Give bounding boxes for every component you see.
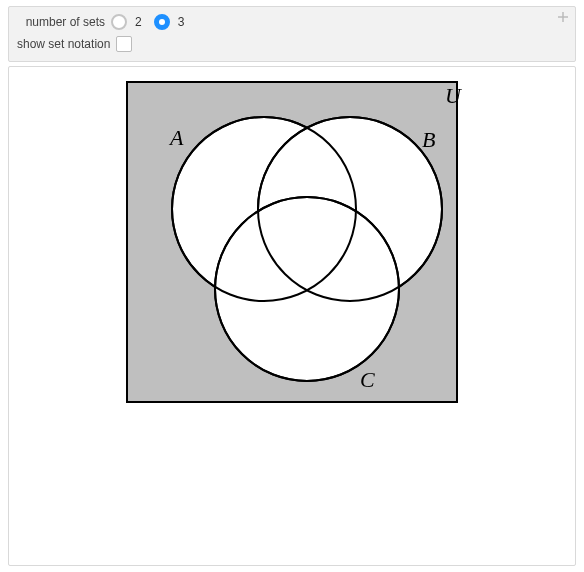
set-b-label: B xyxy=(422,127,435,152)
radio-sets-3[interactable] xyxy=(154,14,170,30)
number-of-sets-label: number of sets xyxy=(17,15,105,29)
plot-panel: U A B C xyxy=(8,66,576,566)
controls-panel: number of sets 2 3 show set notation xyxy=(8,6,576,62)
set-a-label: A xyxy=(168,125,184,150)
expand-icon[interactable] xyxy=(557,11,569,23)
venn-diagram: U A B C xyxy=(112,77,472,407)
number-of-sets-row: number of sets 2 3 xyxy=(17,11,567,33)
show-notation-checkbox[interactable] xyxy=(116,36,132,52)
radio-sets-2-label[interactable]: 2 xyxy=(135,15,142,29)
universe-label: U xyxy=(445,83,463,108)
show-notation-row: show set notation xyxy=(17,33,567,55)
show-notation-label: show set notation xyxy=(17,37,110,51)
radio-sets-3-label[interactable]: 3 xyxy=(178,15,185,29)
radio-sets-2[interactable] xyxy=(111,14,127,30)
set-c-label: C xyxy=(360,367,375,392)
